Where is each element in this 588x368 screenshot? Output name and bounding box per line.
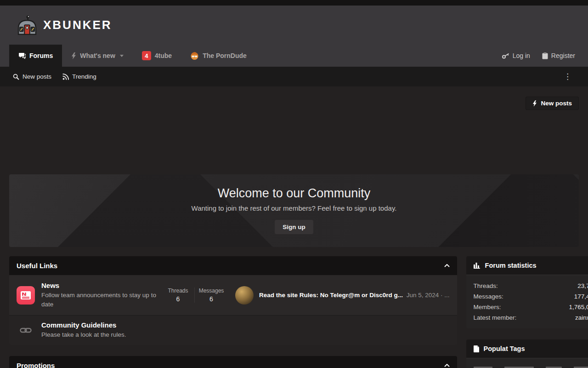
- tab-label: The PornDude: [203, 52, 247, 59]
- promotions-header[interactable]: Promotions: [9, 356, 457, 368]
- login-label: Log in: [513, 52, 530, 59]
- latest-thread-title[interactable]: Read the site Rules: No Telegr@m or Disc…: [259, 292, 403, 299]
- forum-statistics-header: Forum statistics: [466, 256, 588, 275]
- latest-thread-meta: Jun 5, 2024 · ...: [407, 292, 450, 299]
- welcome-subtitle: Wanting to join the rest of our members?…: [9, 204, 579, 212]
- threads-label: Threads: [162, 288, 194, 294]
- lightning-icon: [71, 52, 76, 59]
- register-link[interactable]: Register: [542, 52, 575, 59]
- avatar[interactable]: [235, 286, 254, 305]
- popular-tags-block: Populat Tags: [466, 339, 588, 368]
- block-title: Promotions: [17, 362, 55, 368]
- subnav-label: New posts: [23, 73, 51, 80]
- actions-row: New posts: [9, 97, 579, 110]
- welcome-banner: Welcome to our Community Wanting to join…: [9, 174, 579, 247]
- promotions-block: Promotions: [9, 356, 457, 368]
- forum-node-news: News Follow team announcements to stay u…: [9, 275, 457, 315]
- stat-value: 1,765,086: [569, 302, 588, 312]
- stat-label: Messages:: [474, 291, 503, 302]
- popular-tags-body: [466, 358, 588, 368]
- chevron-up-icon[interactable]: [444, 264, 450, 267]
- useful-links-header[interactable]: Useful Links: [9, 256, 457, 275]
- tab-label: What's new: [80, 52, 115, 59]
- forum-statistics-block: Forum statistics Threads: 23,772 Message…: [466, 256, 588, 328]
- subnav-trending[interactable]: Trending: [62, 73, 96, 80]
- key-icon: [502, 53, 509, 59]
- block-title: Forum statistics: [485, 262, 537, 269]
- useful-links-block: Useful Links: [9, 256, 457, 345]
- new-posts-button[interactable]: New posts: [526, 97, 579, 110]
- forum-statistics-body: Threads: 23,772 Messages: 177,494 Member…: [466, 275, 588, 328]
- link-icon: [17, 321, 35, 339]
- stat-value: 177,494: [574, 291, 588, 302]
- stat-value-latest-member[interactable]: zainx17: [575, 312, 588, 323]
- stat-row-latest-member: Latest member: zainx17: [474, 312, 588, 323]
- chevron-up-icon[interactable]: [444, 364, 450, 367]
- top-strip: [0, 0, 588, 6]
- file-icon: [474, 345, 479, 352]
- clipboard-icon: [542, 52, 548, 59]
- brand-name: XBUNKER: [43, 18, 112, 32]
- lightning-icon: [532, 100, 537, 107]
- popular-tags-header: Populat Tags: [466, 339, 588, 358]
- forum-node-guidelines: Community Guidelines Please take a look …: [9, 315, 457, 345]
- chevron-down-icon: [120, 55, 124, 57]
- tab-forums[interactable]: Forums: [9, 45, 62, 67]
- messages-count: 6: [195, 295, 228, 303]
- node-meta: Threads 6 Messages 6: [162, 288, 228, 303]
- tab-4tube[interactable]: 4 4tube: [133, 45, 181, 67]
- site-header: XBUNKER: [0, 6, 588, 45]
- stat-label: Threads:: [474, 281, 498, 291]
- threads-count: 6: [162, 295, 194, 303]
- block-title: Populat Tags: [484, 345, 525, 352]
- auth-links: Log in Register: [502, 45, 575, 67]
- secondary-nav: New posts Trending ⋮: [0, 67, 588, 86]
- search-icon: [13, 74, 19, 80]
- node-title-guidelines[interactable]: Community Guidelines: [41, 321, 126, 329]
- tab-whats-new[interactable]: What's new: [62, 45, 132, 67]
- tab-label: 4tube: [155, 52, 172, 59]
- sidebar: Forum statistics Threads: 23,772 Message…: [466, 256, 588, 368]
- block-title: Useful Links: [17, 262, 57, 270]
- site-logo[interactable]: XBUNKER: [16, 15, 112, 36]
- porndude-icon: [190, 52, 199, 60]
- tab-label: Forums: [29, 52, 53, 59]
- stat-row-messages: Messages: 177,494: [474, 291, 588, 302]
- stat-label: Latest member:: [474, 312, 517, 323]
- node-description: Follow team announcements to stay up to …: [41, 291, 159, 309]
- bunker-logo-icon: [16, 15, 39, 36]
- stat-value: 23,772: [577, 281, 588, 291]
- overflow-menu-icon[interactable]: ⋮: [560, 71, 575, 82]
- messages-label: Messages: [195, 288, 228, 294]
- stat-row-members: Members: 1,765,086: [474, 302, 588, 312]
- sign-up-button[interactable]: Sign up: [275, 220, 313, 234]
- latest-thread: Read the site Rules: No Telegr@m or Disc…: [259, 292, 450, 299]
- forum-list-column: Useful Links: [9, 256, 457, 368]
- tab-porndude[interactable]: The PornDude: [181, 45, 256, 67]
- bar-chart-icon: [474, 262, 481, 269]
- register-label: Register: [551, 52, 575, 59]
- subnav-new-posts[interactable]: New posts: [13, 73, 51, 80]
- new-posts-button-label: New posts: [541, 100, 572, 107]
- forums-icon: [18, 52, 26, 59]
- rss-icon: [62, 74, 69, 80]
- welcome-title: Welcome to our Community: [9, 186, 579, 201]
- news-icon[interactable]: [17, 286, 35, 305]
- login-link[interactable]: Log in: [502, 52, 530, 59]
- main-nav: Forums What's new 4 4tube The PornDude: [0, 45, 588, 67]
- stat-row-threads: Threads: 23,772: [474, 281, 588, 291]
- subnav-label: Trending: [72, 73, 96, 80]
- node-title-news[interactable]: News: [41, 282, 159, 289]
- node-description: Please take a look at the rules.: [41, 330, 126, 339]
- main-content: New posts Welcome to our Community Wanti…: [0, 97, 588, 368]
- stat-label: Members:: [474, 302, 501, 312]
- 4tube-icon: 4: [142, 51, 151, 60]
